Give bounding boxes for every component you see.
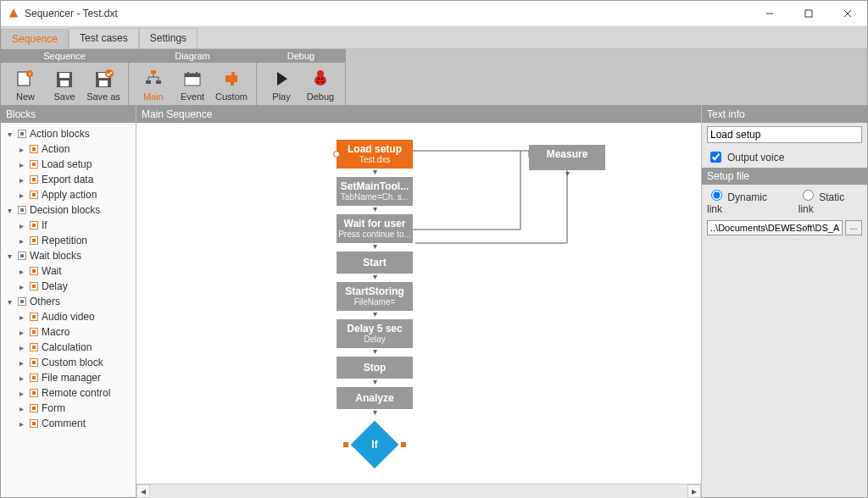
main-button[interactable]: Main xyxy=(134,66,173,103)
tree-item-label: Calculation xyxy=(42,341,92,353)
static-link-radio[interactable]: Static link xyxy=(798,187,862,215)
save-button[interactable]: Save xyxy=(45,66,84,103)
setup-file-path-input[interactable] xyxy=(707,220,843,235)
tree-item-repetition[interactable]: ▸Repetition xyxy=(1,233,136,248)
tree-item-decision-blocks[interactable]: ▾Decision blocks xyxy=(1,202,136,218)
tab-test-cases[interactable]: Test cases xyxy=(69,28,139,48)
expand-icon[interactable]: ▸ xyxy=(16,160,26,169)
expand-icon[interactable]: ▾ xyxy=(4,252,14,261)
play-icon xyxy=(270,68,293,90)
dynamic-link-radio[interactable]: Dynamic link xyxy=(707,187,785,215)
tree-item-wait-blocks[interactable]: ▾Wait blocks xyxy=(1,248,136,263)
browse-button[interactable]: ... xyxy=(845,220,862,235)
svg-rect-1 xyxy=(805,10,812,17)
svg-text:+: + xyxy=(28,71,31,77)
block-icon xyxy=(30,358,38,367)
expand-icon[interactable]: ▸ xyxy=(16,267,26,276)
event-button[interactable]: Event xyxy=(173,66,212,103)
expand-icon[interactable]: ▸ xyxy=(16,328,26,337)
tree-item-action-blocks[interactable]: ▾Action blocks xyxy=(1,126,136,141)
tree-item-action[interactable]: ▸Action xyxy=(1,141,136,157)
tab-sequence[interactable]: Sequence xyxy=(1,29,69,49)
expand-icon[interactable]: ▾ xyxy=(4,130,14,139)
flow-node-stop[interactable]: Stop▾ xyxy=(337,357,413,379)
flow-node-start[interactable]: Start▾ xyxy=(337,252,413,274)
svg-point-29 xyxy=(317,81,319,83)
tree-item-others[interactable]: ▾Others xyxy=(1,294,136,309)
expand-icon[interactable]: ▸ xyxy=(16,236,26,246)
tree-item-label: Form xyxy=(42,402,65,414)
output-voice-checkbox[interactable] xyxy=(710,152,721,163)
expand-icon[interactable]: ▸ xyxy=(16,313,26,322)
tree-item-label: Action blocks xyxy=(30,128,90,140)
tree-item-form[interactable]: ▸Form xyxy=(1,401,136,416)
new-button[interactable]: +New xyxy=(6,66,45,103)
expand-icon[interactable]: ▸ xyxy=(16,343,26,352)
scroll-track[interactable] xyxy=(150,484,687,498)
flow-node-delay-5-sec[interactable]: Delay 5 secDelay▾ xyxy=(337,319,413,348)
expand-icon[interactable]: ▾ xyxy=(4,297,14,307)
expand-icon[interactable]: ▸ xyxy=(16,175,26,185)
tree-item-if[interactable]: ▸If xyxy=(1,218,136,233)
expand-icon[interactable]: ▸ xyxy=(16,282,26,291)
custom-button[interactable]: Custom xyxy=(212,66,251,103)
debug-button[interactable]: Debug xyxy=(301,66,340,103)
tree-item-export-data[interactable]: ▸Export data xyxy=(1,172,136,187)
expand-icon[interactable]: ▸ xyxy=(16,389,26,398)
flow-node-measure[interactable]: Measure▾ xyxy=(529,145,605,170)
block-icon xyxy=(30,236,38,245)
svg-point-30 xyxy=(322,81,324,83)
tree-item-load-setup[interactable]: ▸Load setup xyxy=(1,157,136,172)
scroll-left-icon[interactable]: ◂ xyxy=(136,484,150,498)
tree-item-comment[interactable]: ▸Comment xyxy=(1,416,136,431)
horizontal-scrollbar[interactable]: ◂ ▸ xyxy=(136,484,701,497)
scroll-right-icon[interactable]: ▸ xyxy=(687,484,701,498)
tree-item-delay[interactable]: ▸Delay xyxy=(1,279,136,294)
flow-node-startstoring[interactable]: StartStoringFileName=▾ xyxy=(337,282,413,311)
selection-handle-icon[interactable] xyxy=(333,151,340,158)
ribbon-group-title: Diagram xyxy=(129,49,256,63)
tree-item-remote-control[interactable]: ▸Remote control xyxy=(1,385,136,401)
canvas-viewport[interactable]: Load setupTest.dxs▾Measure▾SetMainTool..… xyxy=(136,123,701,484)
expand-icon[interactable]: ▸ xyxy=(16,191,26,200)
tree-item-apply-action[interactable]: ▸Apply action xyxy=(1,187,136,202)
close-button[interactable] xyxy=(828,1,867,26)
play-button[interactable]: Play xyxy=(262,66,301,103)
text-info-input[interactable] xyxy=(707,126,862,143)
block-icon xyxy=(30,160,38,169)
flow-canvas[interactable]: Load setupTest.dxs▾Measure▾SetMainTool..… xyxy=(136,123,701,484)
expand-icon[interactable]: ▸ xyxy=(16,221,26,230)
ribbon-group-title: Sequence xyxy=(1,49,128,63)
tree-item-label: Others xyxy=(30,296,60,307)
tree-item-label: Audio video xyxy=(42,311,95,323)
custom-icon xyxy=(220,68,243,90)
flow-node-analyze[interactable]: Analyze▾ xyxy=(337,387,413,409)
expand-icon[interactable]: ▸ xyxy=(16,374,26,383)
save-as-button[interactable]: Save as xyxy=(84,66,123,103)
minimize-button[interactable] xyxy=(750,1,789,26)
event-icon xyxy=(181,68,204,90)
tree-item-file-manager[interactable]: ▸File manager xyxy=(1,370,136,385)
tree-item-audio-video[interactable]: ▸Audio video xyxy=(1,309,136,324)
blocks-header: Blocks xyxy=(1,106,136,123)
flow-node-load-setup[interactable]: Load setupTest.dxs▾ xyxy=(337,140,413,169)
block-icon xyxy=(30,145,38,153)
flow-node-if[interactable]: If xyxy=(337,421,413,468)
output-voice-label[interactable]: Output voice xyxy=(727,152,784,163)
tree-item-wait[interactable]: ▸Wait xyxy=(1,263,136,279)
ribbon-group-title: Debug xyxy=(257,49,345,63)
expand-icon[interactable]: ▸ xyxy=(16,404,26,413)
expand-icon[interactable]: ▸ xyxy=(16,419,26,429)
tree-item-macro[interactable]: ▸Macro xyxy=(1,324,136,340)
expand-icon[interactable]: ▸ xyxy=(16,145,26,154)
save-icon xyxy=(53,68,76,90)
expand-icon[interactable]: ▸ xyxy=(16,358,26,368)
tree-item-calculation[interactable]: ▸Calculation xyxy=(1,340,136,355)
expand-icon[interactable]: ▾ xyxy=(4,206,14,215)
flow-node-wait-for-user[interactable]: Wait for userPress continue to...▾ xyxy=(337,214,413,243)
tree-item-custom-block[interactable]: ▸Custom block xyxy=(1,355,136,370)
maximize-button[interactable] xyxy=(789,1,828,26)
tab-settings[interactable]: Settings xyxy=(139,28,198,48)
flow-node-setmaintool-[interactable]: SetMainTool...TabName=Ch. s...▾ xyxy=(337,177,413,206)
saveas-icon xyxy=(92,68,115,90)
